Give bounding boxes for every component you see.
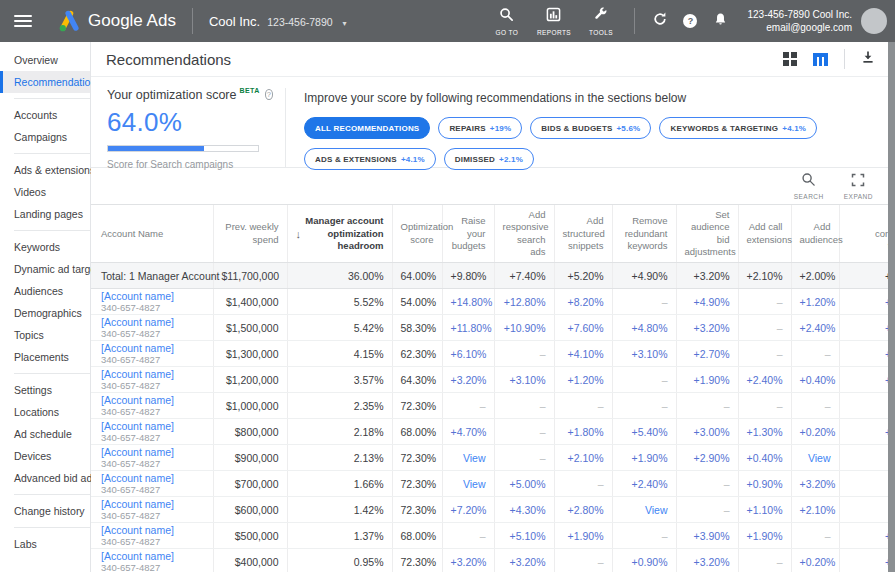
cell-remove-redundant-keywords[interactable]: +4.80% xyxy=(612,315,676,341)
go-to-button[interactable]: GO TO xyxy=(483,7,530,36)
download-icon[interactable] xyxy=(861,50,875,68)
sidebar-item-overview[interactable]: Overview xyxy=(0,49,90,71)
cell-remove-redundant-keywords[interactable]: +1.90% xyxy=(612,445,676,471)
column-header-set-audience-bid-adjustments[interactable]: Set audience bid adjustments xyxy=(676,205,738,263)
cell-add-structured-snippets[interactable]: +4.10% xyxy=(554,341,612,367)
sidebar-item-ads-extensions[interactable]: Ads & extensions xyxy=(0,159,90,181)
cell-add-responsive-search-ads[interactable]: +4.30% xyxy=(494,497,554,523)
help-icon[interactable]: ? xyxy=(265,89,273,100)
cell-add-audiences[interactable]: +0.40% xyxy=(791,367,839,393)
cell-set-audience-bid-adjustments[interactable]: +1.90% xyxy=(676,367,738,393)
cell-remove-redundant-keywords[interactable]: +0.90% xyxy=(612,549,676,572)
cell-add-call-extensions[interactable]: +1.30% xyxy=(738,419,791,445)
sidebar-item-labs[interactable]: Labs xyxy=(0,533,90,555)
scrollbar-thumb[interactable] xyxy=(888,42,895,572)
cell-set-audience-bid-adjustments[interactable]: +3.20% xyxy=(676,315,738,341)
table-search-button[interactable]: SEARCH xyxy=(794,172,824,200)
cell-set-audience-bid-adjustments[interactable]: +2.90% xyxy=(676,445,738,471)
cell-add-audiences[interactable]: View xyxy=(791,445,839,471)
cell-add-call-extensions[interactable]: +1.10% xyxy=(738,497,791,523)
card-view-icon[interactable] xyxy=(783,52,797,66)
sidebar-item-recommendations[interactable]: Recommendations xyxy=(0,71,90,93)
sidebar-item-topics[interactable]: Topics xyxy=(0,324,90,346)
cell-add-audiences[interactable]: +0.20% xyxy=(791,419,839,445)
cell-add-structured-snippets[interactable]: +7.60% xyxy=(554,315,612,341)
sidebar-item-placements[interactable]: Placements xyxy=(0,346,90,368)
sidebar-item-advanced-bid-adj[interactable]: Advanced bid adj. xyxy=(0,467,90,489)
sidebar-item-campaigns[interactable]: Campaigns xyxy=(0,126,90,148)
sidebar-item-change-history[interactable]: Change history xyxy=(0,500,90,522)
cell-set-up-conversion-tracking[interactable]: +1.00% xyxy=(839,289,888,315)
account-name-link[interactable]: [Account name] xyxy=(101,420,205,432)
cell-set-up-conversion-tracking[interactable]: +1.00% xyxy=(839,549,888,572)
cell-raise-your-budgets[interactable]: +11.80% xyxy=(442,315,494,341)
cell-add-responsive-search-ads[interactable]: +5.00% xyxy=(494,471,554,497)
cell-add-structured-snippets[interactable]: +1.90% xyxy=(554,523,612,549)
filter-pill-bids-budgets[interactable]: BIDS & BUDGETS+5.6% xyxy=(530,117,651,139)
notifications-button[interactable] xyxy=(705,12,735,31)
account-name-link[interactable]: [Account name] xyxy=(101,342,205,354)
account-name-link[interactable]: [Account name] xyxy=(101,394,205,406)
cell-raise-your-budgets[interactable]: +14.80% xyxy=(442,289,494,315)
cell-add-responsive-search-ads[interactable]: +3.20% xyxy=(494,549,554,572)
filter-pill-keywords-targeting[interactable]: KEYWORDS & TARGETING+4.1% xyxy=(659,117,817,139)
cell-set-audience-bid-adjustments[interactable]: +3.90% xyxy=(676,523,738,549)
cell-add-call-extensions[interactable]: +1.90% xyxy=(738,523,791,549)
tools-button[interactable]: TOOLS xyxy=(577,7,624,36)
account-name-link[interactable]: [Account name] xyxy=(101,498,205,510)
cell-remove-redundant-keywords[interactable]: View xyxy=(612,497,676,523)
cell-add-call-extensions[interactable]: +0.90% xyxy=(738,471,791,497)
cell-add-structured-snippets[interactable]: +2.80% xyxy=(554,497,612,523)
column-header-add-call-extensions[interactable]: Add call extensions xyxy=(738,205,791,263)
sidebar-item-settings[interactable]: Settings xyxy=(0,379,90,401)
column-header-add-audiences[interactable]: Add audiences xyxy=(791,205,839,263)
sidebar-item-locations[interactable]: Locations xyxy=(0,401,90,423)
cell-raise-your-budgets[interactable]: +3.20% xyxy=(442,367,494,393)
cell-raise-your-budgets[interactable]: +6.10% xyxy=(442,341,494,367)
cell-add-call-extensions[interactable]: +0.40% xyxy=(738,445,791,471)
cell-set-up-conversion-tracking[interactable]: +1.00% xyxy=(839,367,888,393)
column-header-manager-account-optimization-headroom[interactable]: ↓Manager account optimization headroom xyxy=(287,205,392,263)
cell-add-call-extensions[interactable]: +2.40% xyxy=(738,367,791,393)
column-header-set-up-conversion-tracking[interactable]: Set up conversion tracking xyxy=(839,205,888,263)
account-name-link[interactable]: [Account name] xyxy=(101,524,205,536)
cell-set-up-conversion-tracking[interactable]: +1.00% xyxy=(839,341,888,367)
filter-pill-repairs[interactable]: REPAIRS+19% xyxy=(438,117,522,139)
sidebar-item-audiences[interactable]: Audiences xyxy=(0,280,90,302)
cell-set-audience-bid-adjustments[interactable]: +4.90% xyxy=(676,289,738,315)
column-header-add-structured-snippets[interactable]: Add structured snippets xyxy=(554,205,612,263)
cell-set-audience-bid-adjustments[interactable]: +3.20% xyxy=(676,549,738,572)
avatar[interactable] xyxy=(861,8,887,34)
cell-add-audiences[interactable]: +2.10% xyxy=(791,497,839,523)
cell-set-audience-bid-adjustments[interactable]: +2.70% xyxy=(676,341,738,367)
column-header-raise-your-budgets[interactable]: Raise your budgets xyxy=(442,205,494,263)
cell-add-responsive-search-ads[interactable]: +10.90% xyxy=(494,315,554,341)
account-name-link[interactable]: [Account name] xyxy=(101,550,205,562)
account-name-link[interactable]: [Account name] xyxy=(101,290,205,302)
column-header-remove-redundant-keywords[interactable]: Remove redundant keywords xyxy=(612,205,676,263)
cell-add-responsive-search-ads[interactable]: +12.80% xyxy=(494,289,554,315)
cell-add-structured-snippets[interactable]: +2.10% xyxy=(554,445,612,471)
account-name-link[interactable]: [Account name] xyxy=(101,472,205,484)
sidebar-item-ad-schedule[interactable]: Ad schedule xyxy=(0,423,90,445)
cell-set-audience-bid-adjustments[interactable]: +3.00% xyxy=(676,419,738,445)
sidebar-item-keywords[interactable]: Keywords xyxy=(0,236,90,258)
cell-add-structured-snippets[interactable]: +1.80% xyxy=(554,419,612,445)
reports-button[interactable]: REPORTS xyxy=(530,7,577,36)
cell-raise-your-budgets[interactable]: +4.70% xyxy=(442,419,494,445)
help-button[interactable]: ? xyxy=(675,14,705,28)
cell-add-structured-snippets[interactable]: +1.20% xyxy=(554,367,612,393)
cell-add-audiences[interactable]: +2.40% xyxy=(791,315,839,341)
filter-pill-ads-extensions[interactable]: ADS & EXTENSIONS+4.1% xyxy=(304,148,436,170)
cell-add-structured-snippets[interactable]: +8.20% xyxy=(554,289,612,315)
cell-set-up-conversion-tracking[interactable]: +1.00% xyxy=(839,523,888,549)
cell-raise-your-budgets[interactable]: +3.20% xyxy=(442,549,494,572)
sidebar-item-accounts[interactable]: Accounts xyxy=(0,104,90,126)
cell-raise-your-budgets[interactable]: +7.20% xyxy=(442,497,494,523)
account-name-link[interactable]: [Account name] xyxy=(101,368,205,380)
cell-set-up-conversion-tracking[interactable]: +1.00% xyxy=(839,315,888,341)
filter-pill-dimissed[interactable]: DIMISSED+2.1% xyxy=(444,148,534,170)
cell-add-audiences[interactable]: +1.20% xyxy=(791,289,839,315)
table-view-icon[interactable] xyxy=(813,53,828,66)
vertical-scrollbar[interactable] xyxy=(888,42,895,572)
